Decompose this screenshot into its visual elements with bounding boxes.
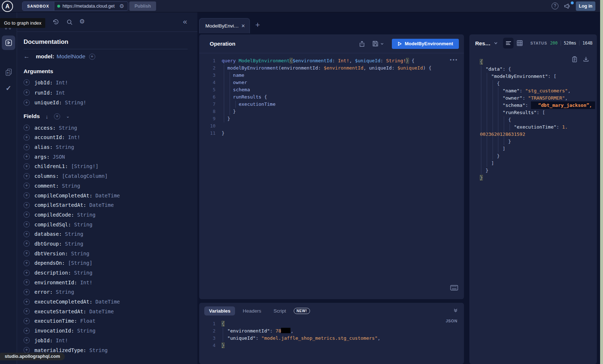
field-name[interactable]: compiledCode <box>34 212 71 218</box>
endpoint-settings-gear-icon[interactable]: ⚙ <box>120 3 124 9</box>
add-field-icon[interactable]: + <box>89 54 95 60</box>
add-argument-icon[interactable]: + <box>24 89 30 96</box>
field-name[interactable]: compiledSql <box>34 222 68 227</box>
add-field-icon[interactable]: + <box>24 289 30 295</box>
add-all-fields-icon[interactable]: + <box>54 113 60 120</box>
raw-view-icon[interactable] <box>503 38 514 49</box>
argument-type[interactable]: Int <box>56 90 65 96</box>
add-field-icon[interactable]: + <box>24 202 30 208</box>
argument-name[interactable]: uniqueId <box>34 100 59 105</box>
response-title[interactable]: Res… <box>475 40 491 46</box>
add-field-icon[interactable]: + <box>24 134 30 141</box>
settings-gear-icon[interactable]: ⚙ <box>79 18 85 25</box>
field-name[interactable]: dbtGroup <box>34 241 59 247</box>
add-field-icon[interactable]: + <box>24 231 30 237</box>
field-type[interactable]: String <box>77 212 96 218</box>
field-type[interactable]: String <box>74 270 93 276</box>
history-icon[interactable] <box>53 19 59 25</box>
add-argument-icon[interactable]: + <box>24 100 30 106</box>
save-icon[interactable] <box>372 41 384 47</box>
field-name[interactable]: jobId <box>34 338 50 343</box>
publish-button[interactable]: Publish <box>129 1 156 11</box>
field-type[interactable]: String <box>62 183 80 189</box>
add-field-icon[interactable]: + <box>24 347 30 353</box>
argument-name[interactable]: runId <box>34 90 50 96</box>
search-icon[interactable] <box>66 19 73 25</box>
field-name[interactable]: args <box>34 154 47 160</box>
field-type[interactable]: String <box>71 251 89 256</box>
table-view-icon[interactable] <box>514 38 525 49</box>
back-arrow-icon[interactable]: ← <box>24 53 32 60</box>
field-type[interactable]: Float <box>80 318 95 324</box>
field-type[interactable]: [CatalogColumn] <box>62 173 108 179</box>
add-field-icon[interactable]: + <box>24 260 30 266</box>
collapse-panel-icon[interactable]: « <box>183 17 187 26</box>
close-tab-icon[interactable]: ✕ <box>241 23 245 29</box>
add-field-icon[interactable]: + <box>24 125 30 131</box>
add-field-icon[interactable]: + <box>24 212 30 218</box>
add-field-icon[interactable]: + <box>24 240 30 247</box>
field-type[interactable]: String <box>65 231 83 237</box>
field-type[interactable]: String <box>56 144 74 150</box>
login-button[interactable]: Log in <box>576 1 595 11</box>
field-name[interactable]: compileCompletedAt <box>34 193 89 198</box>
sidebar-item-schema[interactable]: ± <box>2 66 15 78</box>
endpoint-url-box[interactable]: https://metadata.cloud.get ⚙ <box>54 2 128 11</box>
operation-code[interactable]: query ModelByEnvironment($environmentId:… <box>222 57 431 137</box>
tab-script[interactable]: Script <box>269 306 291 315</box>
add-field-icon[interactable]: + <box>24 299 30 305</box>
field-name[interactable]: dependsOn <box>34 260 62 266</box>
field-name[interactable]: columns <box>34 173 56 179</box>
field-type[interactable]: [String!] <box>71 163 99 169</box>
editor-options-icon[interactable]: ••• <box>450 57 458 62</box>
add-field-icon[interactable]: + <box>24 173 30 179</box>
add-field-icon[interactable]: + <box>24 279 30 285</box>
field-type[interactable]: DateTime <box>89 309 114 314</box>
add-field-icon[interactable]: + <box>24 192 30 198</box>
sidebar-item-explorer[interactable] <box>2 35 15 50</box>
add-field-icon[interactable]: + <box>24 183 30 189</box>
add-field-icon[interactable]: + <box>24 328 30 334</box>
field-name[interactable]: executionTime <box>34 318 74 324</box>
field-name[interactable]: dbtVersion <box>34 251 65 256</box>
tab-headers[interactable]: Headers <box>238 306 266 315</box>
add-argument-icon[interactable]: + <box>24 79 30 85</box>
field-name[interactable]: executeStartedAt <box>34 309 83 314</box>
response-dropdown-icon[interactable] <box>494 41 498 45</box>
field-type[interactable]: JSON <box>53 154 65 160</box>
share-icon[interactable] <box>359 41 365 47</box>
field-type[interactable]: Int! <box>80 280 92 285</box>
field-type[interactable]: Int! <box>56 338 68 343</box>
field-name[interactable]: compileStartedAt <box>34 202 83 208</box>
add-field-icon[interactable]: + <box>24 250 30 256</box>
sidebar-item-checklist[interactable]: ✓ <box>2 82 15 94</box>
collapse-variables-icon[interactable] <box>453 308 458 313</box>
field-name[interactable]: executeCompletedAt <box>34 299 89 305</box>
add-field-icon[interactable]: + <box>24 154 30 160</box>
field-name[interactable]: description <box>34 270 68 276</box>
field-name[interactable]: database <box>34 231 59 237</box>
field-name[interactable]: materializedType <box>34 347 83 353</box>
announcements-icon[interactable] <box>564 3 571 10</box>
add-field-icon[interactable]: + <box>24 221 30 227</box>
new-tab-button[interactable]: + <box>255 20 260 30</box>
add-field-icon[interactable]: + <box>24 163 30 170</box>
add-field-icon[interactable]: + <box>24 337 30 343</box>
field-type[interactable]: String <box>89 347 108 353</box>
field-type[interactable]: [String] <box>68 260 92 266</box>
field-type[interactable]: String <box>74 222 93 227</box>
run-operation-button[interactable]: ModelByEnvironment <box>392 39 459 49</box>
field-name[interactable]: access <box>34 125 53 131</box>
operation-tab[interactable]: ModelByEnvi… ✕ <box>199 18 250 33</box>
field-name[interactable]: error <box>34 289 50 295</box>
field-type[interactable]: DateTime <box>96 193 120 198</box>
field-type[interactable]: DateTime <box>96 299 120 305</box>
add-field-icon[interactable]: + <box>24 144 30 150</box>
field-name[interactable]: comment <box>34 183 56 189</box>
field-name[interactable]: childrenL1 <box>34 163 65 169</box>
field-type[interactable]: DateTime <box>89 202 114 208</box>
field-name[interactable]: invocationId <box>34 328 71 334</box>
field-type[interactable]: String <box>59 125 77 131</box>
apollo-logo[interactable]: A <box>2 1 13 12</box>
argument-type[interactable]: Int! <box>56 80 68 85</box>
